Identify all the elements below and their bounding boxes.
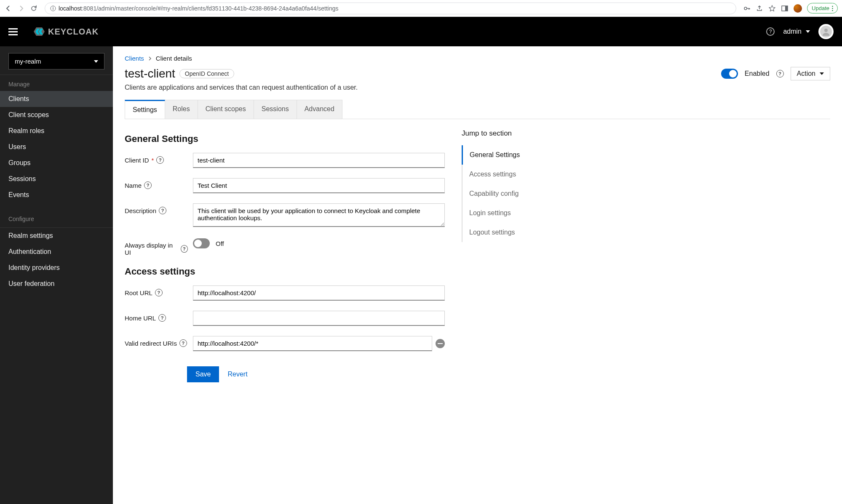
sidebar-item-users[interactable]: Users <box>0 139 113 155</box>
browser-update-button[interactable]: Update <box>807 3 838 13</box>
always-display-label: Always display in UI <box>125 242 178 256</box>
star-icon[interactable] <box>768 5 776 12</box>
chevron-down-icon <box>94 60 98 63</box>
sidebar-section-manage: Manage <box>0 75 113 91</box>
tab-sessions[interactable]: Sessions <box>254 100 297 119</box>
client-name: test-client <box>125 67 175 80</box>
help-icon[interactable]: ? <box>181 245 188 253</box>
description-label: Description <box>125 207 156 214</box>
help-icon[interactable]: ? <box>766 27 775 36</box>
help-icon[interactable]: ? <box>159 207 166 214</box>
chrome-right: Update <box>743 3 838 13</box>
chevron-down-icon <box>806 30 810 33</box>
jump-access[interactable]: Access settings <box>462 165 571 184</box>
avatar[interactable] <box>818 24 834 39</box>
save-button[interactable]: Save <box>187 366 219 382</box>
page-description: Clients are applications and services th… <box>125 84 713 91</box>
name-label: Name <box>125 182 142 189</box>
section-general-title: General Settings <box>125 133 445 144</box>
sidebar-item-user-federation[interactable]: User federation <box>0 276 113 292</box>
sidebar-item-events[interactable]: Events <box>0 187 113 203</box>
client-id-label: Client ID <box>125 157 149 164</box>
valid-redirect-input[interactable] <box>193 336 432 351</box>
chevron-right-icon <box>148 56 152 61</box>
description-input[interactable] <box>193 203 445 227</box>
logo-text: KEYCLOAK <box>48 27 99 37</box>
jump-general[interactable]: General Settings <box>462 145 571 165</box>
name-input[interactable] <box>193 178 445 193</box>
nav-toggle-button[interactable] <box>8 28 18 35</box>
breadcrumb: Clients Client details <box>125 55 830 62</box>
jump-nav: Jump to section General Settings Access … <box>462 129 571 387</box>
sidebar-item-realm-roles[interactable]: Realm roles <box>0 123 113 139</box>
sidebar-item-clients[interactable]: Clients <box>0 91 113 107</box>
sidebar: my-realm Manage Clients Client scopes Re… <box>0 46 113 504</box>
user-dropdown[interactable]: admin <box>783 28 810 35</box>
jump-login[interactable]: Login settings <box>462 203 571 223</box>
home-url-label: Home URL <box>125 315 156 322</box>
revert-button[interactable]: Revert <box>227 366 247 382</box>
share-icon[interactable] <box>756 5 763 12</box>
reload-button[interactable] <box>29 4 38 13</box>
required-indicator: * <box>152 157 154 164</box>
breadcrumb-root[interactable]: Clients <box>125 55 144 62</box>
back-button[interactable] <box>4 4 13 13</box>
sidebar-item-sessions[interactable]: Sessions <box>0 171 113 187</box>
jump-title: Jump to section <box>462 129 571 138</box>
update-label: Update <box>812 5 829 11</box>
chevron-down-icon <box>820 72 824 75</box>
browser-chrome: localhost:8081/admin/master/console/#/my… <box>0 0 842 17</box>
section-access-title: Access settings <box>125 266 445 277</box>
always-display-toggle[interactable] <box>193 238 210 248</box>
help-icon[interactable]: ? <box>155 289 163 296</box>
page-title: test-client OpenID Connect <box>125 67 234 80</box>
url-path: :8081/admin/master/console/#/my-realm/cl… <box>82 5 338 12</box>
forward-button[interactable] <box>17 4 25 13</box>
tab-settings[interactable]: Settings <box>125 100 165 119</box>
root-url-input[interactable] <box>193 285 445 301</box>
svg-point-2 <box>53 7 53 8</box>
jump-capability[interactable]: Capability config <box>462 184 571 203</box>
protocol-badge: OpenID Connect <box>179 69 234 78</box>
avatar-icon <box>820 26 832 37</box>
remove-uri-button[interactable] <box>436 339 445 348</box>
realm-selector[interactable]: my-realm <box>8 53 104 69</box>
sidebar-item-authentication[interactable]: Authentication <box>0 244 113 260</box>
panel-icon[interactable] <box>781 5 789 12</box>
always-display-state: Off <box>216 240 224 247</box>
svg-point-8 <box>832 10 833 11</box>
sidebar-item-realm-settings[interactable]: Realm settings <box>0 228 113 244</box>
profile-avatar-icon[interactable] <box>794 4 802 13</box>
help-icon[interactable]: ? <box>158 314 166 322</box>
help-icon[interactable]: ? <box>776 70 784 77</box>
tab-client-scopes[interactable]: Client scopes <box>198 100 254 119</box>
help-icon[interactable]: ? <box>179 339 187 347</box>
svg-rect-5 <box>785 6 788 11</box>
url-host: localhost <box>59 5 82 12</box>
url-bar[interactable]: localhost:8081/admin/master/console/#/my… <box>45 3 736 14</box>
home-url-input[interactable] <box>193 311 445 326</box>
app-header: KEYCLOAK ? admin <box>0 17 842 46</box>
jump-logout[interactable]: Logout settings <box>462 223 571 242</box>
breadcrumb-current: Client details <box>156 55 192 62</box>
help-icon[interactable]: ? <box>144 181 152 189</box>
valid-redirect-label: Valid redirect URIs <box>125 340 177 347</box>
svg-point-12 <box>824 29 828 32</box>
svg-point-6 <box>832 5 833 7</box>
svg-point-7 <box>832 8 833 9</box>
svg-rect-13 <box>438 343 443 344</box>
root-url-label: Root URL <box>125 289 152 296</box>
sidebar-item-groups[interactable]: Groups <box>0 155 113 171</box>
action-dropdown[interactable]: Action <box>791 67 830 80</box>
sidebar-item-client-scopes[interactable]: Client scopes <box>0 107 113 123</box>
key-icon[interactable] <box>743 5 751 12</box>
main-content: Clients Client details test-client OpenI… <box>113 46 842 504</box>
client-id-input[interactable] <box>193 153 445 168</box>
help-icon[interactable]: ? <box>156 156 164 164</box>
enabled-toggle[interactable] <box>721 69 738 79</box>
tab-advanced[interactable]: Advanced <box>297 100 342 119</box>
action-label: Action <box>797 70 815 77</box>
logo[interactable]: KEYCLOAK <box>33 25 99 38</box>
sidebar-item-identity-providers[interactable]: Identity providers <box>0 260 113 276</box>
tab-roles[interactable]: Roles <box>165 100 198 119</box>
